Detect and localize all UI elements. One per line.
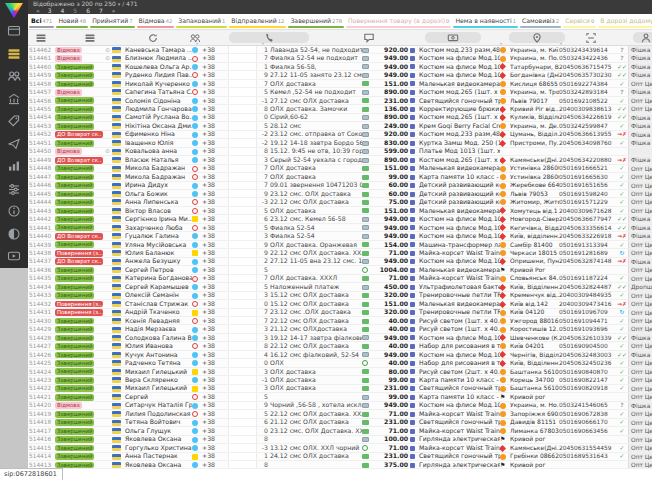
table-row[interactable]: 514461Відмова⊙Близнюк Людмила ...+387Фиа… <box>28 54 652 62</box>
table-row[interactable]: 514453ЗавершенийНікітіна Оксана Дми...+3… <box>28 122 652 130</box>
pager-page[interactable]: 5 <box>73 7 77 14</box>
phone-number[interactable]: +38 <box>202 418 228 426</box>
table-row[interactable]: 514445ЗавершенийОльга Божик+38923.12 смс… <box>28 190 652 198</box>
table-row[interactable]: 514413ЗавершенийЯковлева Оксана+388375.0… <box>28 461 652 469</box>
table-row[interactable]: 514427ЗавершенийЮлия Иванова+38822.12 см… <box>28 342 652 350</box>
tracking-number[interactable]: 20400309484935 <box>559 291 616 299</box>
tracking-number[interactable]: 20450636613955 <box>559 130 616 138</box>
table-row[interactable]: 514462Відмова⊙Каневська Тамара ...+381Ла… <box>28 46 652 54</box>
table-row[interactable]: 514440ДО Возврат ск..Гуцалюк Галина+383Ф… <box>28 232 652 240</box>
tracking-number[interactable]: 20450634098760 <box>559 139 616 147</box>
phone-number[interactable]: +38 <box>202 63 228 71</box>
table-row[interactable]: 514424ЗавершенийМихаил Гилецький+383ОЛХ … <box>28 368 652 376</box>
tab-Нема в наявності[interactable]: Нема в наявності1 <box>452 14 519 29</box>
location-icon[interactable] <box>531 32 543 44</box>
comments-icon[interactable] <box>363 32 375 44</box>
phone-icon[interactable] <box>263 32 275 44</box>
phone-number[interactable]: +38 <box>202 88 228 96</box>
phone-number[interactable]: +38 <box>202 334 228 342</box>
table-row[interactable]: 514435ЗавершенийКатерина Богданова+387ОЛ… <box>28 275 652 283</box>
table-row[interactable]: 514452ДО Возврат ск..Єфименко Ніна+38-22… <box>28 131 652 139</box>
phone-number[interactable]: +38 <box>202 342 228 350</box>
table-row[interactable]: 514419ЗавершенийЛилия Подолинская+38522.… <box>28 410 652 418</box>
tracking-number[interactable]: 20450632874148 <box>559 257 616 265</box>
table-row[interactable]: 514429ЗавершенийНадія Мерзаєва+38321.12 … <box>28 325 652 333</box>
tab-Новий[interactable]: Новий48 <box>55 14 89 29</box>
tab-Завершений[interactable]: Завершений278 <box>287 14 345 29</box>
tab-Всі[interactable]: Всі471 <box>28 14 55 29</box>
tracking-number[interactable]: 0501690666170 <box>559 418 616 426</box>
table-row[interactable]: 514460ЗавершенийКошелева Ольга Ар...+381… <box>28 63 652 71</box>
table-row[interactable]: 514448ЗавершенийМикола Бадражан+387ОЛХ д… <box>28 165 652 173</box>
phone-number[interactable]: +38 <box>202 71 228 79</box>
tab-Відмова[interactable]: Відмова42 <box>136 14 176 29</box>
tracking-number[interactable]: 20450632610339 <box>559 334 616 342</box>
phone-number[interactable]: +38 <box>202 410 228 418</box>
tab-В дорозі додому[interactable]: В дорозі додому0 <box>597 14 652 29</box>
phone-number[interactable]: +38 <box>202 435 228 443</box>
table-row[interactable]: 514428ЗавершенийСолодкова Галина В...+38… <box>28 334 652 342</box>
phone-number[interactable]: +38 <box>202 444 228 452</box>
phone-number[interactable]: +38 <box>202 80 228 88</box>
pager-last-icon[interactable]: » <box>112 7 115 14</box>
tracking-number[interactable]: 0501691281689 <box>559 249 616 257</box>
phone-number[interactable]: +38 <box>202 401 228 409</box>
orders-list-icon[interactable] <box>84 32 96 44</box>
phone-number[interactable]: +38 <box>202 207 228 215</box>
table-row[interactable]: 514417ЗавершенийОльга Глущук+38023.12 см… <box>28 427 652 435</box>
tracking-number[interactable]: 0501691313394 <box>559 241 616 249</box>
sidebar-item-orders-icon[interactable] <box>7 47 21 61</box>
phone-number[interactable]: +38 <box>202 113 228 121</box>
phone-number[interactable]: +38 <box>202 452 228 460</box>
phone-number[interactable]: +38 <box>202 266 228 274</box>
pager-page[interactable]: 6 <box>86 7 90 14</box>
phone-number[interactable]: +38 <box>202 461 228 469</box>
sidebar-item-video-icon[interactable] <box>7 249 21 263</box>
tracking-number[interactable]: 0501691571229 <box>559 198 616 206</box>
phone-number[interactable]: +38 <box>202 164 228 172</box>
tracking-number[interactable]: 20450633356614 <box>559 224 616 232</box>
app-logo-icon[interactable] <box>5 3 23 18</box>
phone-number[interactable]: +38 <box>202 46 228 54</box>
tracking-number[interactable]: 20450636715475 <box>559 63 616 71</box>
tracking-number[interactable]: 0501691651656 <box>559 181 616 189</box>
pager-page[interactable]: 7 <box>99 7 103 14</box>
phone-number[interactable]: +38 <box>202 130 228 138</box>
tracking-number[interactable]: 0501690904500 <box>559 342 616 350</box>
phone-number[interactable]: +38 <box>202 224 228 232</box>
tracking-number[interactable]: 0501692108522 <box>559 97 616 105</box>
phone-number[interactable]: +38 <box>202 139 228 147</box>
phone-number[interactable]: +38 <box>202 249 228 257</box>
tab-Прийнятий[interactable]: Прийнятий7 <box>89 14 135 29</box>
table-row[interactable]: 514433ЗавершенийОлексій Семанін+38315.12… <box>28 292 652 300</box>
sidebar-item-clients-icon[interactable] <box>7 69 21 83</box>
phone-number[interactable]: +38 <box>202 232 228 240</box>
tab-Запакований[interactable]: Запакований1 <box>175 14 228 29</box>
phone-number[interactable]: +38 <box>202 274 228 282</box>
phone-number[interactable]: +38 <box>202 300 228 308</box>
phone-number[interactable]: +38 <box>202 156 228 164</box>
table-row[interactable]: 514423ЗавершенийВера Скляренко+38-1ОЛХ д… <box>28 376 652 384</box>
table-row[interactable]: 514420ВідмоваСитарчук Наталія Гр...+389Ч… <box>28 402 652 410</box>
table-row[interactable]: 514436ЗавершенийСергей Петров+3851004.00… <box>28 266 652 274</box>
table-row[interactable]: 514432Повернення (з...Станіслав Стрижак+… <box>28 300 652 308</box>
phone-number[interactable]: +38 <box>202 54 228 62</box>
table-row[interactable]: 514426ЗавершенийКучук Антонина+38416.12 … <box>28 351 652 359</box>
phone-number[interactable]: +38 <box>202 122 228 130</box>
tracking-number[interactable]: 0503243422436 <box>559 54 616 62</box>
pager-first-icon[interactable]: « <box>36 7 39 14</box>
table-row[interactable]: 514439ЗавершенийУляна Мусійовська+389ОЛХ… <box>28 241 652 249</box>
tracking-number[interactable]: 0501691598240 <box>559 190 616 198</box>
pager-page[interactable]: 4 <box>61 7 65 14</box>
status-list-icon[interactable] <box>35 32 47 44</box>
phone-number[interactable]: +38 <box>202 291 228 299</box>
table-row[interactable]: 514442ЗавершенийСергієнко Ірина Ми...+38… <box>28 215 652 223</box>
tracking-number[interactable]: 20400309838613 <box>559 105 616 113</box>
phone-number[interactable]: +38 <box>202 181 228 189</box>
tracking-number[interactable]: 0501690820918 <box>559 384 616 392</box>
table-row[interactable]: 514457ВідмоваСапегина Татьяна С...+385Ке… <box>28 88 652 96</box>
table-row[interactable]: 514454ЗавершенийСамотій Руслана Во...+38… <box>28 114 652 122</box>
pager-page[interactable]: 3 <box>48 7 52 14</box>
table-row[interactable]: 514421ЗавершенийСергей+38599.00Карта пам… <box>28 393 652 401</box>
table-row[interactable]: 514431Повернення (з...Андрій Ткаченко+38… <box>28 309 652 317</box>
